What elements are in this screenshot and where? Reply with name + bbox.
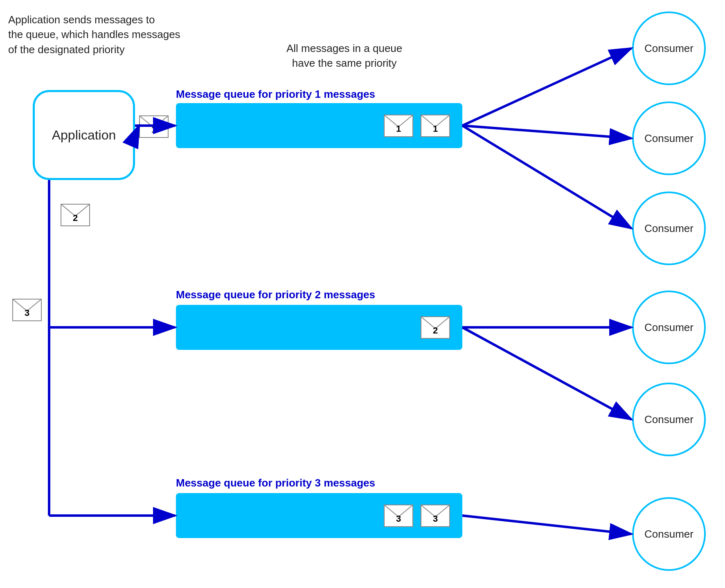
- consumer6: Consumer: [632, 497, 706, 571]
- queue3-label: Message queue for priority 3 messages: [176, 477, 375, 489]
- consumer3: Consumer: [632, 191, 706, 265]
- queue3-box: 3 3: [176, 493, 462, 538]
- msg-icon-3: 3: [12, 299, 42, 321]
- queue3-msg2-icon: 3: [421, 505, 450, 527]
- svg-line-45: [462, 516, 631, 534]
- consumer1: Consumer: [632, 11, 706, 85]
- queue2-box: 2: [176, 305, 462, 350]
- svg-line-42: [462, 126, 631, 228]
- svg-line-35: [135, 126, 139, 135]
- queue2-label: Message queue for priority 2 messages: [176, 288, 375, 301]
- svg-text:3: 3: [396, 514, 401, 524]
- svg-text:3: 3: [25, 308, 29, 318]
- svg-text:3: 3: [433, 514, 438, 524]
- svg-text:1: 1: [151, 124, 156, 135]
- msg-icon-1: 1: [139, 115, 169, 138]
- consumer4: Consumer: [632, 291, 706, 364]
- queue2-msg1-icon: 2: [421, 316, 450, 339]
- svg-text:2: 2: [433, 325, 438, 336]
- queue1-msg2-icon: 1: [421, 115, 450, 137]
- svg-line-40: [462, 48, 631, 126]
- queue1-label: Message queue for priority 1 messages: [176, 88, 375, 101]
- svg-text:1: 1: [396, 124, 401, 134]
- svg-text:2: 2: [73, 213, 78, 223]
- consumer5: Consumer: [632, 383, 706, 456]
- svg-text:1: 1: [433, 124, 438, 134]
- diagram-container: Application sends messages tothe queue, …: [0, 0, 725, 588]
- application-box: Application: [33, 90, 135, 180]
- annotation-same-priority: All messages in a queuehave the same pri…: [286, 41, 402, 71]
- queue3-msg1-icon: 3: [384, 505, 413, 527]
- queue1-msg1-icon: 1: [384, 115, 413, 137]
- msg-icon-2: 2: [61, 204, 90, 226]
- queue1-box: 1 1: [176, 103, 462, 148]
- svg-line-44: [462, 327, 631, 419]
- svg-line-41: [462, 126, 631, 138]
- application-label: Application: [52, 128, 116, 143]
- annotation-app-description: Application sends messages tothe queue, …: [8, 12, 180, 57]
- consumer2: Consumer: [632, 101, 706, 175]
